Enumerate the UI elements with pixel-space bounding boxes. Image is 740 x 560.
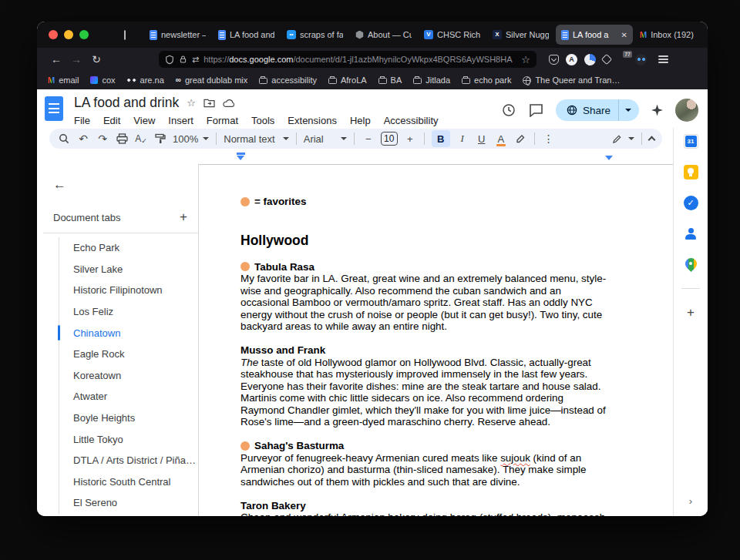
tab-about[interactable]: About — Cu (350, 25, 417, 45)
doc-tab-el-sereno[interactable]: El Sereno (37, 492, 198, 514)
ublock-extension-icon[interactable]: 77 (617, 54, 628, 65)
bookmark-email[interactable]: Memail (48, 75, 79, 85)
undo-icon[interactable]: ↶ (76, 131, 90, 146)
fullscreen-window-button[interactable] (79, 30, 89, 39)
tab-silver-nugget[interactable]: X Silver Nugg (487, 25, 554, 45)
left-indent-marker[interactable] (237, 156, 244, 164)
bookmark-arena[interactable]: are.na (127, 75, 164, 85)
spell-check-icon[interactable]: A✓ (134, 131, 148, 146)
doc-tab-boyle-heights[interactable]: Boyle Heights (37, 407, 198, 429)
google-contacts-icon[interactable] (684, 226, 698, 241)
lock-icon[interactable] (179, 55, 187, 64)
doc-tab-eagle-rock[interactable]: Eagle Rock (37, 344, 198, 365)
tab-la-food[interactable]: LA food and (213, 25, 280, 45)
menu-view[interactable]: View (133, 115, 155, 126)
bold-button[interactable]: B (432, 130, 450, 147)
pocket-icon[interactable] (549, 55, 559, 65)
first-line-indent-marker[interactable] (237, 153, 245, 155)
share-main[interactable]: Share (556, 105, 618, 116)
font-size-input[interactable]: 10 (381, 132, 398, 146)
tab-inbox[interactable]: M Inbox (192) (634, 25, 701, 45)
tab-chsc[interactable]: V CHSC Richa (419, 25, 486, 45)
menu-file[interactable]: File (74, 115, 90, 126)
text-color-button[interactable]: A (495, 133, 507, 145)
italic-button[interactable]: I (456, 131, 469, 146)
share-button[interactable]: Share (556, 99, 639, 121)
back-button[interactable]: ← (46, 53, 66, 65)
doc-tab-little-tokyo[interactable]: Little Tokyo (37, 428, 198, 450)
tracking-protection-shield-icon[interactable] (165, 55, 174, 65)
doc-tab-echo-park[interactable]: Echo Park (37, 237, 198, 259)
doc-tab-atwater[interactable]: Atwater (37, 386, 198, 407)
menu-extensions[interactable]: Extensions (288, 115, 337, 126)
bookmark-star-icon[interactable]: ☆ (521, 54, 530, 65)
increase-font-size-button[interactable]: + (403, 131, 417, 146)
doc-tab-los-feliz[interactable]: Los Feliz (37, 301, 198, 323)
menu-accessibility[interactable]: Accessibility (384, 115, 439, 126)
google-keep-icon[interactable] (684, 165, 698, 179)
pie-extension-icon[interactable] (584, 54, 596, 65)
doc-tab-historic-south-central[interactable]: Historic South Central (37, 471, 198, 493)
minimize-window-button[interactable] (64, 30, 73, 39)
collapse-panel-chevron[interactable]: › (689, 495, 692, 507)
doc-tab-historic-filipinotown[interactable]: Historic Filipinotown (37, 280, 198, 301)
doc-tab-dtla[interactable]: DTLA / Arts District / Piña… (37, 450, 198, 471)
close-tab-icon[interactable]: ✕ (621, 31, 627, 39)
hide-menus-chevron-icon[interactable] (648, 136, 656, 144)
bookmark-dublab[interactable]: ∞great dublab mix (176, 75, 247, 85)
bookmark-afrola[interactable]: AfroLA (328, 75, 367, 85)
add-addon-button[interactable]: + (687, 305, 695, 320)
google-maps-icon[interactable] (685, 257, 697, 272)
search-menus-icon[interactable] (57, 131, 71, 146)
bookmark-ba[interactable]: BA (378, 75, 402, 85)
gemini-sparkle-icon[interactable] (651, 105, 663, 116)
bookmark-echo-park[interactable]: echo park (462, 75, 511, 85)
reload-button[interactable]: ↻ (86, 53, 106, 65)
version-history-icon[interactable] (501, 102, 516, 118)
firefox-view-icon[interactable] (124, 30, 126, 40)
bookmark-jitlada[interactable]: Jitlada (413, 75, 450, 85)
zoom-select[interactable]: 100% (173, 131, 209, 146)
collapse-sidebar-back-arrow[interactable]: ← (53, 177, 66, 193)
menu-insert[interactable]: Insert (168, 115, 193, 126)
doc-tab-chinatown[interactable]: Chinatown (37, 322, 198, 344)
account-avatar[interactable] (675, 99, 698, 122)
comment-icon[interactable] (529, 103, 543, 117)
google-calendar-icon[interactable]: 31 (684, 134, 698, 149)
doc-tab-silver-lake[interactable]: Silver Lake (37, 259, 198, 280)
document-page[interactable]: = favorites Hollywood Tabula Rasa My fav… (199, 164, 673, 516)
menu-help[interactable]: Help (350, 115, 371, 126)
bookmark-queer-trans[interactable]: The Queer and Tran… (523, 75, 620, 85)
url-text[interactable]: https://docs.google.com/document/d/1-jl1… (204, 55, 516, 64)
paint-format-icon[interactable] (153, 131, 167, 146)
ghostery-extension-icon[interactable] (635, 54, 647, 65)
editing-mode-select[interactable] (612, 131, 634, 146)
extension-icon[interactable] (601, 54, 612, 65)
font-select[interactable]: Arial (304, 131, 347, 146)
permissions-icon[interactable]: ⇄ (192, 55, 199, 64)
cloud-saved-icon[interactable] (223, 99, 235, 108)
highlight-color-button[interactable] (513, 131, 527, 146)
redo-icon[interactable]: ↷ (96, 131, 109, 146)
tab-scraps[interactable]: •• scraps of fa (281, 25, 348, 45)
underline-button[interactable]: U (475, 131, 489, 146)
bookmark-cox[interactable]: cox (90, 75, 115, 85)
share-dropdown[interactable] (618, 99, 639, 121)
print-icon[interactable] (115, 131, 129, 146)
tab-la-food-active[interactable]: LA food a ✕ (556, 25, 633, 45)
document-title[interactable]: LA food and drink (74, 95, 179, 111)
menu-format[interactable]: Format (207, 115, 238, 126)
decrease-font-size-button[interactable]: − (362, 131, 375, 146)
menu-tools[interactable]: Tools (251, 115, 274, 126)
bookmark-accessibility[interactable]: accessibility (259, 75, 317, 85)
move-to-folder-icon[interactable] (204, 98, 215, 108)
close-window-button[interactable] (49, 30, 58, 39)
menu-icon[interactable] (658, 55, 668, 63)
forward-button[interactable]: → (66, 53, 86, 65)
add-tab-button[interactable]: + (180, 210, 187, 225)
tab-newsletter[interactable]: newsletter – (144, 25, 211, 45)
adguard-extension-icon[interactable]: A (566, 54, 577, 65)
google-tasks-icon[interactable]: ✓ (684, 196, 698, 210)
more-toolbar-options[interactable]: ⋮ (542, 131, 556, 146)
right-indent-marker[interactable] (605, 156, 613, 164)
